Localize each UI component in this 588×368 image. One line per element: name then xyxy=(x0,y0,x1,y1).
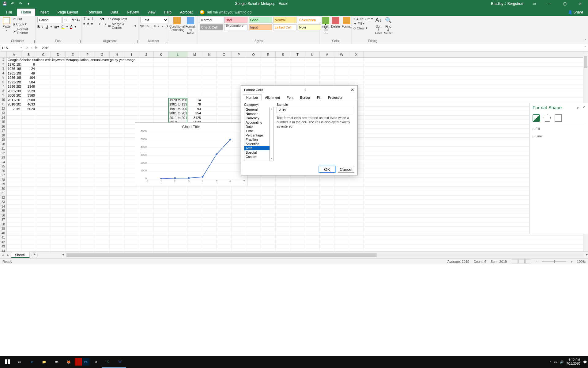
cell[interactable]: 1981 to 1990 xyxy=(168,102,187,106)
cell[interactable] xyxy=(95,240,110,244)
cell[interactable] xyxy=(276,218,290,222)
cell[interactable] xyxy=(7,164,21,169)
cell[interactable] xyxy=(139,84,154,89)
cell[interactable] xyxy=(290,191,305,195)
cell[interactable] xyxy=(290,58,305,62)
cell[interactable]: 5020 xyxy=(21,107,36,111)
cell[interactable] xyxy=(217,80,232,84)
cell[interactable] xyxy=(36,138,51,142)
cell[interactable] xyxy=(217,236,232,240)
cell[interactable] xyxy=(320,213,334,218)
cell[interactable] xyxy=(290,62,305,67)
select-all-cell[interactable] xyxy=(0,52,6,58)
category-item[interactable]: Currency xyxy=(244,116,270,120)
col-header-A[interactable]: A xyxy=(7,52,21,57)
cell[interactable] xyxy=(36,169,51,173)
cell[interactable] xyxy=(187,213,202,218)
cell[interactable] xyxy=(187,75,202,80)
category-item[interactable]: Special xyxy=(244,150,270,155)
cell[interactable] xyxy=(261,75,276,80)
col-header-Q[interactable]: Q xyxy=(246,52,261,57)
cell[interactable] xyxy=(110,142,124,147)
sort-filter-button[interactable]: A↓Sort & Filter xyxy=(375,17,382,39)
cell[interactable] xyxy=(290,196,305,200)
cell[interactable] xyxy=(261,236,276,240)
cell[interactable] xyxy=(246,75,261,80)
cell[interactable] xyxy=(66,182,80,186)
sheet-nav-prev-icon[interactable]: ◂ xyxy=(0,253,6,257)
cell[interactable] xyxy=(124,58,139,62)
cell[interactable] xyxy=(139,80,154,84)
user-name[interactable]: Bradley J Bergstrom xyxy=(491,2,524,6)
row-header[interactable]: 15 xyxy=(0,120,6,125)
cell[interactable] xyxy=(124,84,139,89)
cell[interactable] xyxy=(21,120,36,124)
cell[interactable] xyxy=(139,62,154,67)
cell[interactable] xyxy=(36,218,51,222)
cell[interactable] xyxy=(232,218,246,222)
row-header[interactable]: 23 xyxy=(0,155,6,160)
cell[interactable] xyxy=(290,80,305,84)
cell[interactable]: 3900 xyxy=(21,98,36,102)
cell[interactable] xyxy=(110,244,124,249)
align-bottom-icon[interactable]: ⟘ xyxy=(91,17,94,21)
row-header[interactable]: 7 xyxy=(0,84,6,89)
cell[interactable] xyxy=(95,236,110,240)
insert-cells-button[interactable]: Insert xyxy=(322,17,329,39)
cell[interactable] xyxy=(217,227,232,231)
cell[interactable] xyxy=(246,191,261,195)
cell[interactable] xyxy=(36,142,51,147)
cell[interactable] xyxy=(66,102,80,106)
cell[interactable] xyxy=(124,205,139,209)
font-color-button[interactable]: A xyxy=(70,25,72,29)
row-header[interactable]: 10 xyxy=(0,98,6,102)
cell[interactable] xyxy=(80,222,95,227)
dialog-tab-border[interactable]: Border xyxy=(297,94,314,100)
cell[interactable] xyxy=(21,240,36,244)
style-explanatory[interactable]: Explanatory ... xyxy=(224,24,247,30)
cell[interactable] xyxy=(95,142,110,147)
cell[interactable] xyxy=(36,244,51,249)
category-item[interactable]: Accounting xyxy=(244,120,270,125)
cell[interactable] xyxy=(187,240,202,244)
cell[interactable] xyxy=(139,227,154,231)
cell[interactable]: 1986-1990 xyxy=(7,75,21,80)
cell[interactable] xyxy=(51,196,66,200)
cell[interactable] xyxy=(51,84,66,89)
cell[interactable] xyxy=(51,182,66,186)
cell[interactable] xyxy=(202,240,217,244)
cell[interactable] xyxy=(154,62,168,67)
cell[interactable]: 104 xyxy=(21,75,36,80)
cell[interactable] xyxy=(7,218,21,222)
cell[interactable] xyxy=(187,89,202,93)
col-header-K[interactable]: K xyxy=(154,52,168,57)
cell[interactable] xyxy=(51,67,66,71)
cell[interactable] xyxy=(51,102,66,106)
cell[interactable] xyxy=(66,75,80,80)
cell[interactable] xyxy=(80,111,95,115)
cell[interactable] xyxy=(139,75,154,80)
cell[interactable] xyxy=(217,71,232,75)
cell[interactable] xyxy=(21,196,36,200)
cell[interactable] xyxy=(305,187,320,191)
cell[interactable] xyxy=(276,71,290,75)
cell[interactable] xyxy=(320,178,334,182)
cell[interactable] xyxy=(7,133,21,138)
cell[interactable] xyxy=(276,240,290,244)
number-format-select[interactable]: Text xyxy=(140,17,168,23)
col-header-B[interactable]: B xyxy=(21,52,36,57)
dialog-tab-protection[interactable]: Protection xyxy=(325,94,347,100)
cell[interactable] xyxy=(202,218,217,222)
category-item[interactable]: Date xyxy=(244,125,270,129)
cell[interactable] xyxy=(305,75,320,80)
tab-home[interactable]: Home xyxy=(17,9,35,16)
formula-input[interactable]: 2019 xyxy=(40,46,582,50)
cell[interactable] xyxy=(334,178,349,182)
cell[interactable] xyxy=(232,209,246,213)
horizontal-scrollbar[interactable]: ◂ ▸ xyxy=(62,253,588,257)
cell[interactable] xyxy=(217,191,232,195)
cell[interactable] xyxy=(110,133,124,138)
cell[interactable] xyxy=(124,227,139,231)
cell[interactable]: Google Scholar citations with keyword Me… xyxy=(7,58,21,62)
tray-volume-icon[interactable]: 🔊 xyxy=(560,360,564,364)
